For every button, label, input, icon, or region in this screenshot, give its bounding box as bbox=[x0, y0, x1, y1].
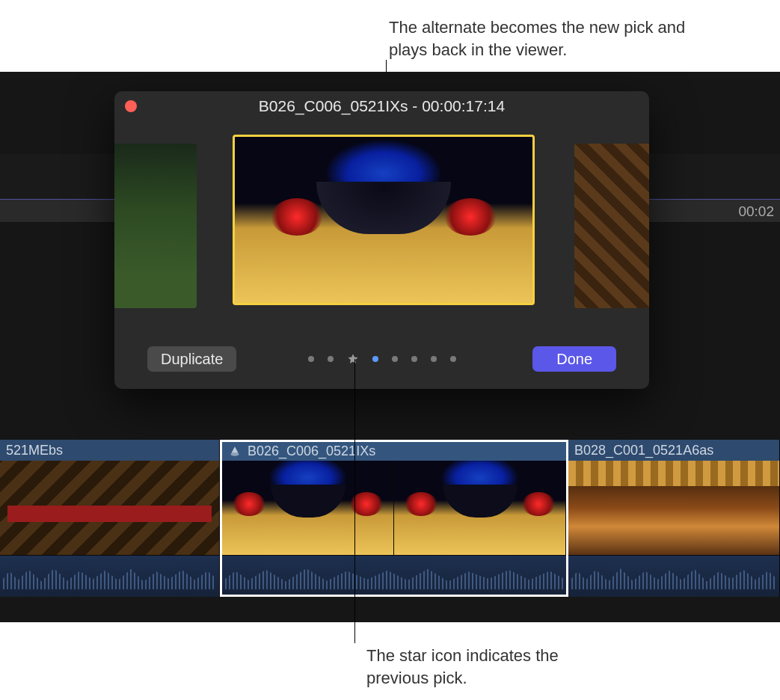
clip-name-label: B026_C006_0521IXs bbox=[248, 443, 375, 459]
audition-title: B026_C006_0521IXs - 00:00:17:14 bbox=[114, 97, 649, 115]
clip-header: B026_C006_0521IXs bbox=[222, 442, 566, 461]
audition-thumb-prev[interactable] bbox=[114, 144, 197, 308]
page-dot[interactable] bbox=[392, 356, 398, 362]
audition-thumb-next[interactable] bbox=[574, 144, 649, 308]
clip-name-label: B028_C001_0521A6as bbox=[574, 443, 713, 458]
audition-page-dots bbox=[308, 353, 456, 365]
page-dot[interactable] bbox=[411, 356, 417, 362]
audition-carousel bbox=[114, 121, 649, 320]
duplicate-button[interactable]: Duplicate bbox=[147, 346, 236, 372]
audition-titlebar: B026_C006_0521IXs - 00:00:17:14 bbox=[114, 91, 649, 121]
page-dot[interactable] bbox=[328, 356, 334, 362]
star-icon[interactable] bbox=[347, 353, 359, 365]
timeline-clip[interactable]: B028_C001_0521A6as bbox=[568, 440, 780, 597]
clip-audio-area bbox=[222, 555, 566, 597]
page-dot-active[interactable] bbox=[372, 356, 378, 362]
timeline-clips-row: 521MEbs B026_C006_0521IXs bbox=[0, 440, 780, 597]
audition-footer: Duplicate Done bbox=[114, 344, 649, 374]
page-dot[interactable] bbox=[431, 356, 437, 362]
thumb-art bbox=[235, 137, 532, 303]
timeline-clip-selected[interactable]: B026_C006_0521IXs bbox=[220, 440, 568, 597]
clip-name-label: 521MEbs bbox=[6, 443, 63, 458]
clip-video-area bbox=[222, 461, 566, 555]
timecode-label: 00:02 bbox=[738, 203, 774, 220]
audition-thumb-selected[interactable] bbox=[233, 135, 535, 305]
clip-audio-area bbox=[0, 555, 219, 597]
done-button[interactable]: Done bbox=[532, 346, 616, 372]
callout-top-text: The alternate becomes the new pick and p… bbox=[389, 16, 703, 61]
close-icon[interactable] bbox=[125, 100, 137, 112]
clip-header: 521MEbs bbox=[0, 440, 219, 461]
svg-point-0 bbox=[230, 452, 239, 456]
clip-audio-area bbox=[568, 555, 779, 597]
audition-window: B026_C006_0521IXs - 00:00:17:14 Duplicat… bbox=[114, 91, 649, 389]
clip-video-area bbox=[0, 461, 219, 555]
audition-spotlight-icon bbox=[228, 445, 242, 458]
clip-header: B028_C001_0521A6as bbox=[568, 440, 779, 461]
callout-bottom-leader-line bbox=[354, 359, 355, 643]
timeline-clip[interactable]: 521MEbs bbox=[0, 440, 220, 597]
page-dot[interactable] bbox=[450, 356, 456, 362]
app-background: 00:02 B026_C006_0521IXs - 00:00:17:14 Du… bbox=[0, 72, 780, 622]
clip-video-area bbox=[568, 461, 779, 555]
callout-bottom-text: The star icon indicates the previous pic… bbox=[366, 645, 606, 690]
page-dot[interactable] bbox=[308, 356, 314, 362]
